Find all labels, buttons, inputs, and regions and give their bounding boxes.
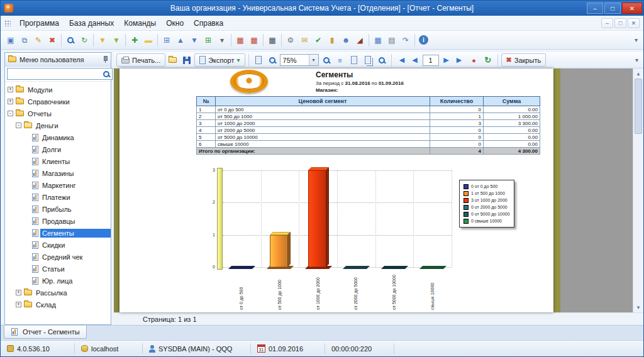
tree-item[interactable]: Долги <box>5 143 111 155</box>
preview-icon[interactable] <box>252 54 265 67</box>
nav-last-page-icon[interactable]: ▶ <box>454 54 467 67</box>
collapse-all-icon[interactable]: ▲ <box>174 34 187 47</box>
zoom-in-icon[interactable] <box>266 54 279 67</box>
table-row[interactable]: 4от 2000 до 500000.00 <box>197 127 540 134</box>
copy-document-icon[interactable]: ⧉ <box>18 34 31 47</box>
mdi-close-button[interactable]: ✕ <box>628 18 640 28</box>
tree-item[interactable]: -Отчеты <box>5 107 111 119</box>
tree-item[interactable]: Динамика <box>5 131 111 143</box>
nav-next-page-icon[interactable]: ▶ <box>440 54 453 67</box>
tree-item[interactable]: Платежи <box>5 191 111 203</box>
check-icon[interactable]: ✔ <box>312 34 325 47</box>
search-icon[interactable] <box>64 34 77 47</box>
tree-item[interactable]: Маркетинг <box>5 179 111 191</box>
sound-icon[interactable]: ◢ <box>353 34 366 47</box>
single-page-icon[interactable] <box>348 54 360 67</box>
add-record-icon[interactable]: ✚ <box>128 34 141 47</box>
share-icon[interactable]: ↷ <box>399 34 412 47</box>
edit-icon[interactable]: ✎ <box>32 34 45 47</box>
tree-item[interactable]: Продавцы <box>5 215 111 227</box>
expand-all-icon[interactable]: ▼ <box>188 34 201 47</box>
nav-prev-page-icon[interactable]: ◀ <box>409 54 421 67</box>
delete-icon[interactable]: ✖ <box>46 34 58 47</box>
close-button[interactable]: ✕ <box>622 3 642 14</box>
report-day-icon[interactable]: ▦ <box>234 34 247 47</box>
sidebar-search-button[interactable] <box>101 69 112 79</box>
scroll-down-icon[interactable]: ▼ <box>633 302 643 312</box>
table-icon[interactable]: ▦ <box>372 34 384 47</box>
expand-node-icon[interactable]: + <box>16 290 21 295</box>
mail-icon[interactable]: ✉ <box>298 34 311 47</box>
tree-item[interactable]: Юр. лица <box>5 275 111 287</box>
tree-item[interactable]: Магазины <box>5 167 111 179</box>
table-row[interactable]: 5от 5000 до 1000000.00 <box>197 134 540 141</box>
scrollbar-thumb[interactable] <box>635 79 642 134</box>
menu-commands[interactable]: Команды <box>119 17 161 30</box>
multi-page-icon[interactable] <box>362 54 374 67</box>
refresh-icon[interactable]: ↻ <box>78 34 91 47</box>
users-icon[interactable]: ☻ <box>340 34 352 47</box>
note-icon[interactable]: ▬ <box>142 34 155 47</box>
tree-item[interactable]: +Справочники <box>5 96 111 107</box>
tree-item[interactable]: Скидки <box>5 239 111 251</box>
report-toolbar-overflow-icon[interactable]: ▾ <box>633 57 641 63</box>
chart-add-icon[interactable]: ⊞ <box>202 34 214 47</box>
zoom-out-icon[interactable] <box>320 54 333 67</box>
maximize-button[interactable]: □ <box>604 3 621 14</box>
tree-item[interactable]: +Рассылка <box>5 287 111 299</box>
tree-item[interactable]: Статьи <box>5 263 111 275</box>
menu-window[interactable]: Окно <box>161 17 189 30</box>
collapse-node-icon[interactable]: - <box>8 111 13 116</box>
tree-item[interactable]: Прибыль <box>5 203 111 215</box>
print-icon[interactable]: ▤ <box>386 34 398 47</box>
nav-first-page-icon[interactable]: ◀ <box>395 54 408 67</box>
close-report-button[interactable]: ✖ Закрыть <box>501 53 547 67</box>
expand-node-icon[interactable]: + <box>8 87 13 92</box>
info-icon[interactable]: i <box>419 35 428 45</box>
zoom-select[interactable]: 75% ▾ <box>280 54 319 66</box>
vertical-scrollbar[interactable]: ▲ ▼ <box>633 69 643 312</box>
lock-icon[interactable]: ▮ <box>326 34 338 47</box>
page-number-input[interactable]: 1 <box>423 55 439 66</box>
refresh-report-icon[interactable]: ↻ <box>482 54 494 67</box>
toolbar-overflow-icon[interactable]: ▾ <box>632 36 640 43</box>
expand-node-icon[interactable]: + <box>16 302 21 307</box>
scroll-up-icon[interactable]: ▲ <box>633 69 643 79</box>
filter-add-icon[interactable]: ▼ <box>110 34 123 47</box>
report-period-icon[interactable]: ▦ <box>248 34 260 47</box>
pin-icon[interactable] <box>102 55 108 63</box>
tree-item[interactable]: Сегменты <box>5 227 111 239</box>
find-on-page-icon[interactable] <box>375 54 388 67</box>
new-window-icon[interactable]: ⊞ <box>160 34 173 47</box>
sidebar-search-input[interactable] <box>8 70 101 78</box>
save-report-icon[interactable] <box>180 54 193 67</box>
tree-item[interactable]: -Деньги <box>5 119 111 131</box>
mdi-minimize-button[interactable]: – <box>601 18 613 28</box>
table-row[interactable]: 2от 500 до 100011 000.00 <box>197 113 540 120</box>
minimize-button[interactable]: – <box>587 3 603 14</box>
print-button[interactable]: Печать... <box>116 53 165 67</box>
export-button[interactable]: Экспорт ▾ <box>194 53 245 67</box>
zoom-dropdown-icon[interactable]: ▾ <box>309 55 318 65</box>
tree-item[interactable]: +Склад <box>5 299 111 310</box>
tree-item[interactable]: +Модули <box>5 84 111 96</box>
collapse-node-icon[interactable]: - <box>16 123 21 128</box>
tree-item[interactable]: Средний чек <box>5 251 111 263</box>
table-row[interactable]: 1от 0 до 50000.00 <box>197 106 540 113</box>
chart-menu-icon[interactable]: ▾ <box>216 34 228 47</box>
table-row[interactable]: 6свыше 1000000.00 <box>197 141 540 148</box>
scrollbar-track[interactable] <box>633 79 643 302</box>
menu-program[interactable]: Программа <box>14 17 64 30</box>
mdi-restore-button[interactable]: □ <box>614 18 626 28</box>
expand-node-icon[interactable]: + <box>8 99 13 104</box>
analysis-icon[interactable]: ▦ <box>266 34 279 47</box>
menu-database[interactable]: База данных <box>64 17 119 30</box>
tree-item[interactable]: Клиенты <box>5 155 111 167</box>
new-document-icon[interactable]: ▣ <box>4 34 17 47</box>
table-row[interactable]: 3от 1000 до 200033 300.00 <box>197 120 540 127</box>
tab-report-segments[interactable]: Отчет - Сегменты <box>4 326 87 339</box>
stop-icon[interactable]: ● <box>468 54 480 67</box>
filter-icon[interactable]: ▼ <box>96 34 109 47</box>
menu-help[interactable]: Справка <box>189 17 228 30</box>
open-report-icon[interactable] <box>167 54 179 67</box>
